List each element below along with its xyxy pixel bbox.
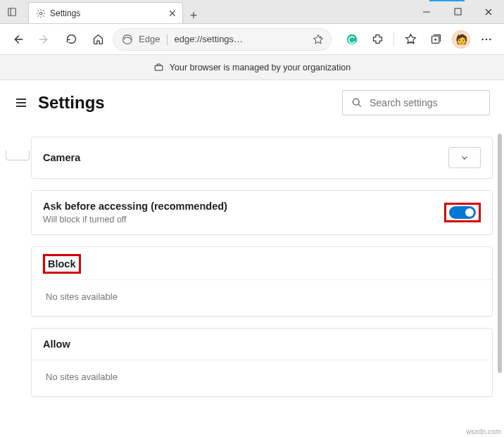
search-settings[interactable]: [342, 90, 490, 115]
home-button[interactable]: [86, 27, 110, 51]
gear-icon: [36, 8, 46, 18]
briefcase-icon: [153, 62, 164, 72]
block-title: Block: [48, 258, 76, 270]
address-brand: Edge: [139, 34, 160, 44]
menu-icon[interactable]: [14, 96, 28, 110]
block-empty-text: No sites available: [32, 279, 492, 316]
svg-rect-9: [155, 65, 163, 70]
camera-card: Camera: [31, 137, 493, 179]
ask-toggle[interactable]: [449, 206, 476, 219]
collections-icon[interactable]: [424, 27, 448, 51]
svg-point-7: [486, 38, 488, 40]
block-section: Block No sites available: [31, 246, 493, 317]
partial-card-edge: [6, 151, 30, 160]
svg-point-6: [481, 38, 484, 40]
settings-header: Settings: [0, 80, 504, 125]
refresh-button[interactable]: [59, 27, 83, 51]
grammarly-icon[interactable]: [340, 27, 364, 51]
camera-label: Camera: [43, 152, 80, 163]
svg-rect-2: [455, 8, 461, 15]
more-menu-button[interactable]: [474, 27, 498, 51]
close-tab-icon[interactable]: ✕: [168, 8, 177, 19]
window-top-accent: [429, 0, 465, 1]
minimize-button[interactable]: [411, 0, 442, 23]
allow-section: Allow No sites available: [31, 328, 493, 397]
tab-strip: Settings ✕ +: [24, 0, 411, 23]
window-controls: [411, 0, 504, 23]
toolbar-separator: [393, 32, 394, 46]
new-tab-button[interactable]: +: [183, 8, 204, 23]
edge-logo-icon: [122, 34, 133, 45]
titlebar: Settings ✕ +: [0, 0, 504, 24]
highlight-block-title: Block: [43, 254, 81, 274]
managed-text: Your browser is managed by your organiza…: [170, 63, 351, 72]
tab-actions-icon[interactable]: [0, 0, 24, 23]
extensions-icon[interactable]: [365, 27, 389, 51]
svg-rect-0: [8, 8, 16, 15]
svg-point-10: [353, 99, 359, 105]
ask-before-card: Ask before accessing (recommended) Will …: [31, 190, 493, 235]
close-window-button[interactable]: [473, 0, 504, 23]
managed-banner: Your browser is managed by your organiza…: [0, 55, 504, 80]
page-title: Settings: [38, 93, 105, 113]
highlight-toggle: [444, 203, 481, 222]
tab-title: Settings: [50, 8, 164, 18]
forward-button: [32, 27, 56, 51]
toolbar-right-icons: 🧑: [334, 27, 498, 51]
ask-subtitle: Will block if turned off: [43, 215, 227, 224]
profile-avatar[interactable]: 🧑: [449, 27, 473, 51]
toolbar: Edge | edge://settings… 🧑: [0, 24, 504, 55]
ask-title: Ask before accessing (recommended): [43, 201, 227, 212]
svg-point-1: [39, 12, 42, 15]
address-url: edge://settings…: [175, 34, 244, 44]
back-button[interactable]: [6, 27, 30, 51]
search-icon: [351, 97, 363, 108]
search-input[interactable]: [370, 97, 493, 108]
camera-expand-button[interactable]: [448, 147, 481, 168]
address-separator: |: [165, 33, 168, 46]
favorites-icon[interactable]: [398, 27, 422, 51]
favorite-star-icon[interactable]: [313, 34, 324, 45]
watermark: wsxdn.com: [466, 428, 501, 436]
maximize-button[interactable]: [442, 0, 473, 23]
svg-point-8: [489, 38, 491, 40]
vertical-scrollbar[interactable]: [498, 134, 502, 373]
chevron-down-icon: [460, 153, 470, 163]
address-bar[interactable]: Edge | edge://settings…: [113, 28, 332, 51]
allow-empty-text: No sites available: [32, 360, 492, 396]
tab-settings[interactable]: Settings ✕: [28, 2, 183, 23]
content: Camera Ask before accessing (recommended…: [0, 137, 504, 408]
allow-title: Allow: [43, 338, 481, 350]
